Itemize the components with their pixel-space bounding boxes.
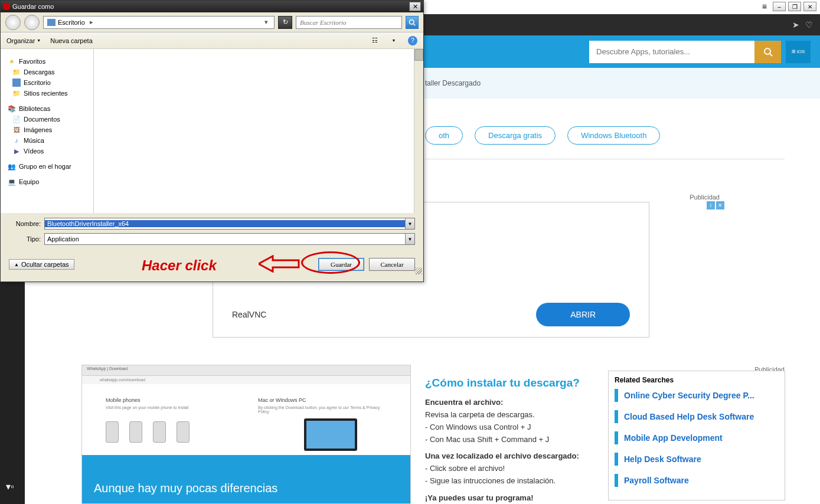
related-item[interactable]: Help Desk Software: [615, 453, 779, 466]
ad-open-button[interactable]: ABRIR: [536, 303, 630, 326]
instr-heading: Una vez localizado el archivo descargado…: [425, 451, 599, 460]
file-list[interactable]: [94, 49, 423, 213]
ad-info-icon[interactable]: i: [707, 201, 715, 210]
path-box[interactable]: Escritorio ▸ ▾: [43, 16, 275, 29]
tree-documents[interactable]: 📄Documentos: [2, 114, 92, 125]
tree-desktop[interactable]: Escritorio: [2, 77, 92, 88]
instr-line: Revisa la carpeta de descargas.: [425, 409, 599, 421]
minimize-button[interactable]: –: [773, 2, 786, 11]
dialog-search: [296, 16, 402, 29]
new-folder-button[interactable]: Nueva carpeta: [50, 37, 93, 44]
send-icon[interactable]: ➤: [792, 20, 799, 30]
instr-line: - Click sobre el archivo!: [425, 463, 599, 475]
opera-icon: [3, 3, 10, 10]
annotation-text: Hacer click: [142, 257, 217, 274]
help-icon[interactable]: ?: [408, 36, 417, 45]
svg-point-2: [410, 19, 414, 24]
related-link[interactable]: Help Desk Software: [624, 454, 701, 464]
heart-icon[interactable]: ♡: [805, 20, 813, 30]
tree-images[interactable]: 🖼Imágenes: [2, 125, 92, 135]
type-value: Application: [45, 235, 405, 243]
maximize-button[interactable]: ❐: [788, 2, 801, 11]
name-input[interactable]: BluetoothDriverInstaller_x64 ▼: [44, 218, 415, 230]
accent-bar: [615, 431, 618, 444]
dialog-fields: Nombre: BluetoothDriverInstaller_x64 ▼ T…: [1, 213, 423, 253]
device-icon: [153, 421, 166, 443]
scrollbar[interactable]: [414, 49, 423, 213]
dialog-search-button[interactable]: [406, 16, 419, 29]
folder-tree[interactable]: ★Favoritos 📁Descargas Escritorio 📁Sitios…: [1, 49, 94, 213]
name-label: Nombre:: [9, 220, 41, 227]
device-icon: [177, 421, 190, 443]
dropdown-icon[interactable]: ▼: [405, 234, 414, 244]
tree-computer[interactable]: 💻Equipo: [2, 176, 92, 187]
related-item[interactable]: Mobile App Development: [615, 431, 779, 444]
view-dropdown-icon[interactable]: ▼: [389, 36, 398, 45]
pill-item[interactable]: oth: [425, 126, 463, 145]
instr-line: - Con Mac usa Shift + Command + J: [425, 434, 599, 446]
thumb-col-pc: Mac or Windows PC By clicking the Downlo…: [258, 397, 387, 414]
search-button[interactable]: [754, 41, 781, 63]
refresh-button[interactable]: ↻: [278, 16, 292, 29]
tree-videos[interactable]: ▶Vídeos: [2, 146, 92, 156]
hide-folders-button[interactable]: ▲Ocultar carpetas: [9, 259, 74, 270]
device-icon: [106, 421, 119, 443]
ad-brand: RealVNC: [232, 310, 266, 319]
close-button[interactable]: ✕: [803, 2, 816, 11]
resize-grip[interactable]: [415, 267, 422, 274]
accent-bar: [615, 453, 618, 466]
view-options-icon[interactable]: ☷: [370, 36, 380, 45]
tree-favorites[interactable]: ★Favoritos: [2, 56, 92, 67]
tree-recent[interactable]: 📁Sitios recientes: [2, 88, 92, 99]
forward-button[interactable]: [24, 15, 40, 30]
dialog-title: Guardar como: [12, 3, 54, 10]
search-input[interactable]: [589, 41, 754, 63]
dialog-close-button[interactable]: ✕: [409, 2, 421, 11]
svg-marker-4: [259, 256, 299, 271]
dialog-search-input[interactable]: [296, 19, 401, 26]
accent-bar: [615, 474, 618, 487]
related-link[interactable]: Cloud Based Help Desk Software: [624, 412, 754, 421]
related-item[interactable]: Online Cyber Security Degree P...: [615, 389, 779, 402]
path-text: Escritorio: [58, 19, 85, 26]
related-link[interactable]: Mobile App Development: [624, 433, 723, 443]
tree-music[interactable]: ♪Música: [2, 135, 92, 146]
organize-menu[interactable]: Organizar ▼: [6, 37, 41, 44]
install-instructions: ¿Cómo instalar tu descarga? Encuentra el…: [425, 377, 599, 504]
tree-homegroup[interactable]: 👥Grupo en el hogar: [2, 161, 92, 172]
save-as-dialog: Guardar como ✕ Escritorio ▸ ▾ ↻ Organiza…: [0, 0, 424, 282]
instr-line: - Con Windows usa Control + J: [425, 421, 599, 434]
svg-point-0: [765, 48, 770, 54]
menu-icon[interactable]: ≡: [762, 2, 767, 11]
related-item[interactable]: Payroll Software: [615, 474, 779, 487]
path-arrow-icon[interactable]: ▸: [87, 18, 96, 26]
related-title: Related Searches: [615, 376, 779, 384]
related-searches: Related Searches Online Cyber Security D…: [608, 371, 785, 500]
dialog-titlebar[interactable]: Guardar como ✕: [1, 1, 423, 12]
thumb-col-text: Visit this page on your mobile phone to …: [106, 405, 234, 410]
pill-item[interactable]: Descarga gratis: [475, 126, 556, 145]
thumb-tabbar: WhatsApp | Download: [82, 365, 410, 376]
save-button[interactable]: Guardar: [318, 258, 364, 271]
related-link[interactable]: Online Cyber Security Degree P...: [624, 391, 754, 400]
tutorial-thumbnail[interactable]: WhatsApp | Download whatsapp.com/downloa…: [81, 365, 411, 504]
thumb-banner-text: Aunque hay muy pocas diferencias: [82, 473, 410, 503]
related-item[interactable]: Cloud Based Help Desk Software: [615, 410, 779, 423]
dropdown-icon[interactable]: ▼: [405, 218, 414, 229]
instr-heading: ¡Ya puedes usar tu programa!: [425, 493, 599, 502]
pill-item[interactable]: Windows Bluetooth: [567, 126, 660, 145]
thumb-col-text: By clicking the Download button, you agr…: [258, 405, 387, 414]
thumb-col-heading: Mac or Windows PC: [258, 397, 387, 403]
tree-downloads[interactable]: 📁Descargas: [2, 67, 92, 77]
type-select[interactable]: Application ▼: [44, 233, 415, 245]
name-value[interactable]: BluetoothDriverInstaller_x64: [45, 220, 405, 227]
back-button[interactable]: [5, 15, 21, 30]
sidebar-icon[interactable]: ▾▫: [6, 481, 14, 492]
related-link[interactable]: Payroll Software: [624, 476, 689, 485]
tree-libraries[interactable]: 📚Bibliotecas: [2, 103, 92, 114]
scrollbar-thumb[interactable]: [414, 49, 423, 61]
os-selector[interactable]: ⊞ iOS: [786, 41, 811, 63]
ad-close-icon[interactable]: ✕: [716, 201, 724, 210]
cancel-button[interactable]: Cancelar: [369, 258, 415, 271]
path-dropdown-icon[interactable]: ▾: [262, 18, 270, 26]
